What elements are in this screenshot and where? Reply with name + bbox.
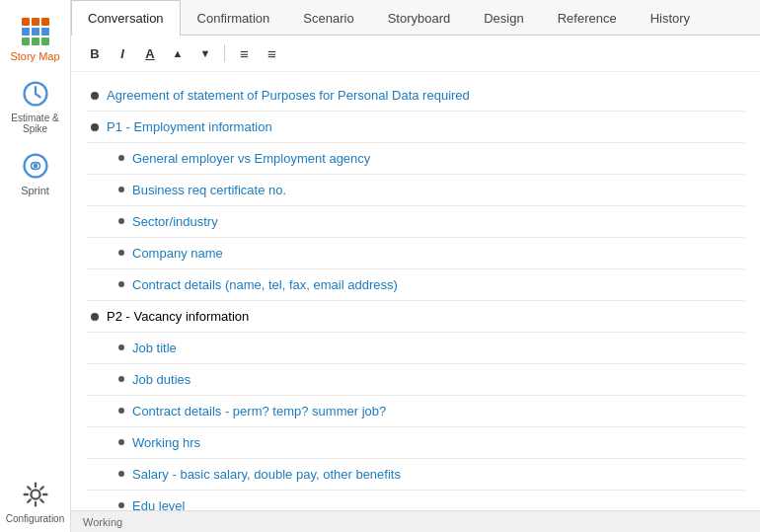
bold-button[interactable]: B — [83, 41, 107, 65]
align-left-button[interactable]: ≡ — [232, 41, 256, 65]
bullet-icon — [118, 439, 124, 445]
sidebar-item-sprint[interactable]: Sprint — [0, 142, 70, 204]
item-text: Contract details - perm? temp? summer jo… — [132, 404, 386, 418]
list-item: Sector/industry — [87, 206, 744, 238]
sidebar-item-config-label: Configuration — [6, 513, 64, 524]
tab-storyboard[interactable]: Storyboard — [371, 0, 468, 36]
align-right-button[interactable]: ≡ — [260, 41, 283, 65]
section-header-p1: P1 - Employment information — [87, 112, 744, 143]
tab-history[interactable]: History — [634, 0, 707, 36]
item-text: Contract details (name, tel, fax, email … — [132, 277, 398, 292]
config-icon — [20, 479, 51, 510]
underline-button[interactable]: A — [138, 41, 162, 65]
list-item: Job title — [87, 333, 744, 364]
tab-design[interactable]: Design — [467, 0, 540, 36]
bullet-icon — [91, 92, 99, 100]
list-item: Working hrs — [87, 427, 744, 459]
estimate-icon — [20, 78, 51, 110]
tab-scenario[interactable]: Scenario — [286, 0, 370, 36]
conversation-content: Agreement of statement of Purposes for P… — [71, 72, 760, 510]
item-text: General employer vs Employment agency — [132, 151, 370, 166]
increase-indent-button[interactable]: ▲ — [166, 41, 190, 65]
list-item: Business req certificate no. — [87, 175, 744, 206]
item-text: Job duties — [132, 372, 190, 387]
bullet-icon — [91, 123, 99, 131]
section-header-p2: P2 - Vacancy information — [87, 301, 744, 333]
formatting-toolbar: B I A ▲ ▼ ≡ ≡ — [71, 36, 760, 72]
svg-point-2 — [33, 164, 38, 169]
tab-reference[interactable]: Reference — [541, 0, 634, 36]
main-panel: Conversation Confirmation Scenario Story… — [71, 0, 760, 532]
sprint-icon — [20, 150, 51, 182]
sidebar-item-sprint-label: Sprint — [21, 185, 49, 196]
tab-confirmation[interactable]: Confirmation — [181, 0, 287, 36]
list-item: General employer vs Employment agency — [87, 143, 744, 175]
italic-button[interactable]: I — [111, 41, 134, 65]
sidebar-item-config[interactable]: Configuration — [0, 471, 70, 532]
item-text: Edu level — [132, 498, 185, 510]
list-item: Company name — [87, 238, 744, 269]
bullet-icon — [118, 155, 124, 161]
section-title: P1 - Employment information — [107, 119, 272, 134]
item-text: Company name — [132, 246, 223, 261]
sidebar-item-estimate-label: Estimate & Spike — [11, 113, 58, 134]
bullet-icon — [118, 250, 124, 256]
bullet-icon — [118, 218, 124, 224]
list-item: Salary - basic salary, double pay, other… — [87, 459, 744, 491]
bullet-icon — [118, 502, 124, 508]
list-item: Job duties — [87, 364, 744, 396]
section-title: P2 - Vacancy information — [107, 309, 249, 324]
list-item: Edu level — [87, 491, 744, 510]
list-item: Contract details (name, tel, fax, email … — [87, 269, 744, 301]
item-text: Agreement of statement of Purposes for P… — [107, 88, 470, 103]
item-text: Sector/industry — [132, 214, 218, 229]
bullet-icon — [118, 408, 124, 414]
bullet-icon — [118, 376, 124, 382]
toolbar-divider — [224, 44, 225, 62]
item-text: Salary - basic salary, double pay, other… — [132, 467, 401, 482]
sidebar-item-storymap-label: Story Map — [10, 50, 59, 62]
item-text: Working hrs — [132, 435, 200, 450]
list-item: Contract details - perm? temp? summer jo… — [87, 396, 744, 427]
tab-conversation[interactable]: Conversation — [71, 0, 181, 36]
sidebar-item-estimate[interactable]: Estimate & Spike — [0, 70, 70, 142]
bullet-icon — [118, 344, 124, 350]
bullet-icon — [118, 187, 124, 192]
item-text: Business req certificate no. — [132, 183, 286, 197]
decrease-indent-button[interactable]: ▼ — [193, 41, 217, 65]
sidebar: Story Map Estimate & Spike Sprint — [0, 0, 71, 532]
item-text: Job title — [132, 341, 177, 355]
bullet-icon — [91, 313, 99, 321]
sidebar-item-storymap[interactable]: Story Map — [0, 8, 70, 70]
tab-bar: Conversation Confirmation Scenario Story… — [71, 0, 760, 36]
status-text: Working — [83, 516, 122, 528]
svg-point-3 — [31, 490, 39, 498]
bullet-icon — [118, 471, 124, 477]
storymap-icon — [20, 16, 51, 47]
status-bar: Working — [71, 510, 760, 532]
bullet-icon — [118, 281, 124, 287]
list-item: Agreement of statement of Purposes for P… — [87, 80, 744, 112]
